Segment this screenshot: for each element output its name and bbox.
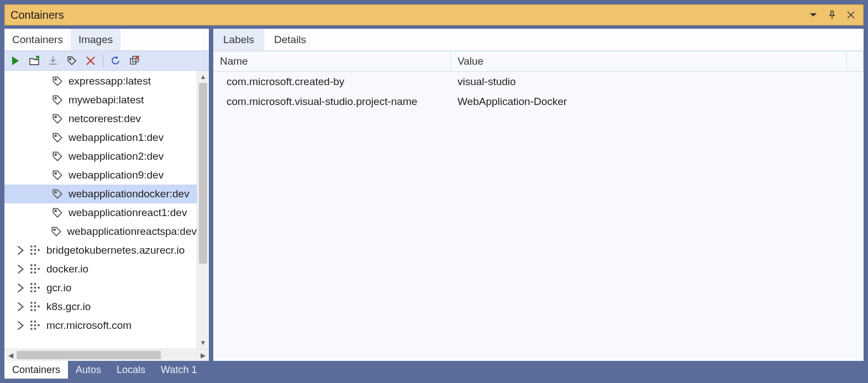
scroll-down-icon[interactable]: ▼ [197,337,209,349]
svg-rect-52 [34,328,36,329]
registry-item[interactable]: docker.io [4,260,197,279]
registry-icon [29,281,42,295]
svg-rect-43 [34,306,36,307]
svg-point-3 [70,59,71,60]
bottom-tab-watch1[interactable]: Watch 1 [153,361,204,379]
expand-icon[interactable] [15,321,25,330]
tab-containers[interactable]: Containers [4,29,71,50]
tab-labels[interactable]: Labels [213,29,264,50]
tag-icon [51,206,64,219]
svg-rect-31 [34,271,36,273]
tree-item-label: webapplication1:dev [69,132,164,144]
svg-rect-49 [30,324,32,326]
table-row[interactable]: com.microsoft.visual-studio.project-name… [213,92,864,112]
registry-item[interactable]: k8s.gcr.io [4,297,197,316]
table-row[interactable]: com.microsoft.created-byvisual-studio [213,72,864,92]
column-value[interactable]: Value [451,51,847,71]
svg-rect-33 [30,283,32,285]
tree-item-label: expressapp:latest [69,75,151,87]
scroll-left-icon[interactable]: ◀ [4,349,17,361]
image-item[interactable]: expressapp:latest [4,72,197,91]
image-item[interactable]: webapplication9:dev [4,166,197,185]
scroll-up-icon[interactable]: ▲ [197,71,209,83]
tree-viewport: expressapp:latestmywebapi:latestnetcorer… [4,71,209,349]
svg-rect-46 [30,309,32,311]
registry-icon [29,244,42,257]
svg-rect-39 [30,290,32,292]
svg-rect-45 [34,309,36,311]
horizontal-scrollbar[interactable]: ◀ ▶ [4,349,209,361]
scroll-thumb[interactable] [199,83,207,264]
svg-rect-28 [30,268,32,270]
image-item[interactable]: mywebapi:latest [4,91,197,109]
image-item[interactable]: webapplicationdocker:dev [4,185,197,203]
tag-button[interactable] [64,53,80,69]
titlebar: Containers [4,4,864,25]
window-title: Containers [10,9,801,22]
expand-icon[interactable] [15,283,25,293]
expand-icon[interactable] [15,302,25,312]
run-button[interactable] [8,53,23,69]
image-item[interactable]: webapplication2:dev [4,147,197,166]
svg-rect-35 [30,287,32,288]
svg-point-14 [55,154,56,155]
registry-item[interactable]: mcr.microsoft.com [4,316,197,335]
expand-icon[interactable] [15,245,25,255]
window-options-button[interactable] [807,8,820,22]
right-panel: Labels Details Name Value com.microsoft.… [213,29,864,361]
registry-item[interactable]: bridgetokubernetes.azurecr.io [4,241,197,260]
svg-rect-40 [30,302,32,303]
image-item[interactable]: webapplicationreactspa:dev [4,222,197,241]
tag-icon [51,131,64,144]
label-value-cell: visual-studio [451,76,864,88]
svg-rect-41 [34,302,36,303]
refresh-button[interactable] [108,53,123,69]
label-name-cell: com.microsoft.visual-studio.project-name [213,96,451,108]
svg-rect-42 [30,306,32,307]
prune-button[interactable] [127,53,142,69]
svg-rect-22 [34,249,36,251]
toolbar [4,51,209,71]
svg-rect-50 [34,324,36,326]
bottom-tab-containers[interactable]: Containers [4,361,68,379]
tab-details[interactable]: Details [264,29,316,50]
registry-icon [29,300,42,313]
bottom-tab-locals[interactable]: Locals [109,361,153,379]
column-name[interactable]: Name [213,51,451,71]
expand-icon[interactable] [15,264,25,274]
image-item[interactable]: webapplication1:dev [4,128,197,147]
download-button[interactable] [45,53,61,69]
tag-icon [51,93,64,107]
registry-item[interactable]: gcr.io [4,279,197,297]
labels-grid: Name Value com.microsoft.created-byvisua… [213,51,864,361]
svg-rect-30 [38,268,39,270]
bottom-tab-autos[interactable]: Autos [68,361,109,379]
tag-icon [51,75,64,88]
svg-point-18 [54,229,55,230]
svg-rect-19 [30,245,32,247]
toolbar-separator [103,55,103,67]
image-item[interactable]: webapplicationreact1:dev [4,203,197,222]
tab-images[interactable]: Images [71,29,120,50]
image-tree[interactable]: expressapp:latestmywebapi:latestnetcorer… [4,71,197,349]
tag-icon [51,187,64,201]
tree-item-label: webapplicationreactspa:dev [67,225,197,238]
hscroll-thumb[interactable] [17,351,161,359]
tree-item-label: webapplicationdocker:dev [69,188,190,200]
tag-icon [51,169,64,182]
svg-rect-26 [30,264,32,266]
image-item[interactable]: netcorerest:dev [4,109,197,128]
left-tabs: Containers Images [4,29,209,51]
vertical-scrollbar[interactable]: ▲ ▼ [197,71,209,349]
scroll-right-icon[interactable]: ▶ [197,349,209,361]
delete-button[interactable] [83,53,98,69]
open-button[interactable] [27,53,42,69]
svg-point-11 [55,97,56,99]
right-tabs: Labels Details [213,29,864,51]
close-button[interactable] [844,8,858,22]
svg-rect-34 [34,283,36,285]
pin-button[interactable] [825,8,839,22]
tag-icon [51,112,64,125]
label-value-cell: WebApplication-Docker [451,96,864,108]
tree-item-label: webapplicationreact1:dev [69,207,187,219]
